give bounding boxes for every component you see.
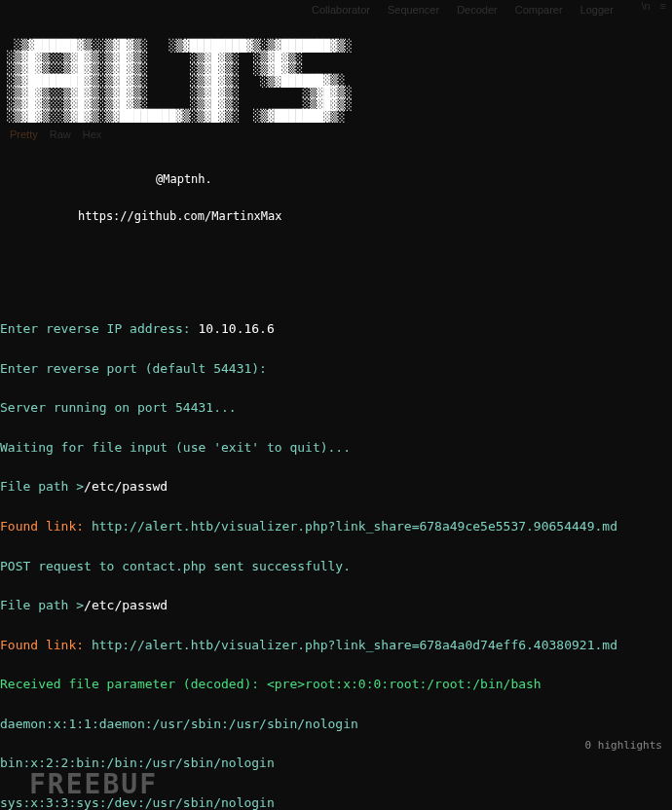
post-success: POST request to contact.php sent success… <box>0 560 672 573</box>
input-ip: 10.10.16.6 <box>199 321 275 336</box>
ascii-banner: ░▒▓██████▓▒░░▒▓█▓▒░ ░▒▓████████▓▒░▒▓████… <box>0 26 672 122</box>
found-link-url: http://alert.htb/visualizer.php?link_sha… <box>92 519 617 534</box>
filepath-prompt: File path > <box>0 598 84 612</box>
passwd-line: sys:x:3:3:sys:/dev:/usr/sbin/nologin <box>0 796 672 810</box>
attribution: @Maptnh. https://github.com/MartinxMax <box>0 149 672 247</box>
found-link-label: Found link: <box>0 519 92 534</box>
passwd-line: bin:x:2:2:bin:/bin:/usr/sbin/nologin <box>0 756 672 770</box>
passwd-line: daemon:x:1:1:daemon:/usr/sbin:/usr/sbin/… <box>0 718 672 731</box>
filepath-prompt: File path > <box>0 479 84 494</box>
terminal-output[interactable]: ░▒▓██████▓▒░░▒▓█▓▒░ ░▒▓████████▓▒░▒▓████… <box>0 0 672 810</box>
prompt-port: Enter reverse port (default 54431): <box>0 362 672 376</box>
filepath-value: /etc/passwd <box>84 598 168 612</box>
waiting-line: Waiting for file input (use 'exit' to qu… <box>0 441 672 455</box>
filepath-value: /etc/passwd <box>84 479 168 494</box>
received-line: Received file parameter (decoded): <pre>… <box>0 678 672 691</box>
server-line: Server running on port 54431... <box>0 401 672 415</box>
found-link-label: Found link: <box>0 638 92 652</box>
terminal-lines: Enter reverse IP address: 10.10.16.6 Ent… <box>0 296 672 810</box>
prompt-ip: Enter reverse IP address: <box>0 321 199 336</box>
found-link-url: http://alert.htb/visualizer.php?link_sha… <box>92 638 617 652</box>
